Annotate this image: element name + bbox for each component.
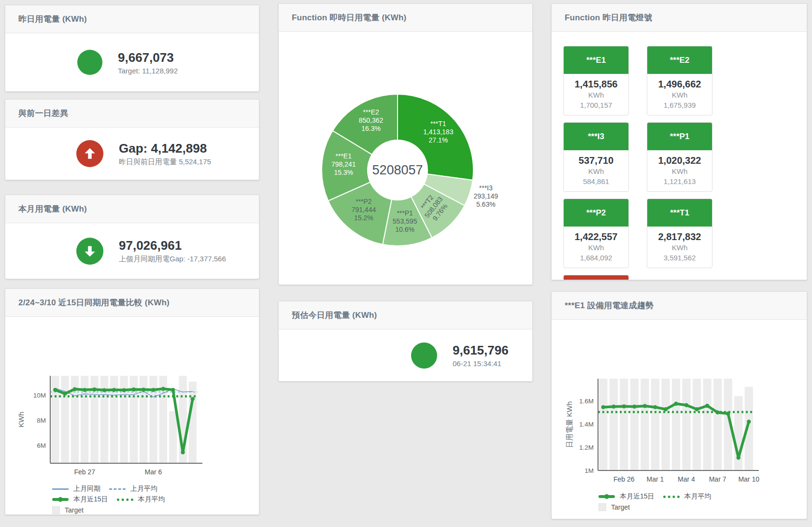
legend-square-marker-icon	[52, 506, 60, 514]
y-axis-title: KWh	[17, 412, 25, 427]
card-title-realtime: Function 即時日用電量 (KWh)	[279, 4, 532, 32]
card-title-text: 昨日用電量 (KWh)	[18, 14, 87, 25]
month-value: 97,026,961	[119, 238, 226, 253]
card-title-text: 與前一日差異	[18, 108, 68, 119]
series-point	[705, 404, 709, 408]
card-title-compare: 2/24~3/10 近15日同期用電量比較 (KWh)	[5, 289, 259, 317]
target-bar	[661, 379, 670, 470]
series-point	[695, 407, 698, 411]
green-status-circle-icon	[411, 342, 437, 369]
tile-unit: KWh	[648, 90, 711, 100]
y-tick-label: 10M	[33, 392, 46, 399]
series-point	[92, 387, 96, 391]
series-point	[161, 387, 165, 391]
trend-legend: 本月近15日本月平均Target	[552, 491, 807, 513]
series-point	[612, 405, 615, 409]
y-tick-label: 1.4M	[579, 421, 594, 428]
series-point	[684, 403, 688, 407]
x-tick-label: Feb 27	[74, 468, 95, 476]
tile-target-value: 1,121,613	[648, 176, 711, 186]
card-lights: Function 昨日用電燈號 ***E11,415,856KWh1,700,1…	[551, 3, 807, 280]
tile-body: 1,020,322KWh1,121,613	[647, 150, 712, 191]
card-title-estimate: 預估今日用電量 (KWh)	[279, 301, 532, 329]
tile-target-value: 1,684,092	[565, 253, 627, 263]
legend-item[interactable]: 本月平均	[117, 495, 165, 504]
series-point	[102, 388, 106, 392]
x-tick-label: Mar 6	[145, 468, 162, 476]
y-tick-label: 1M	[584, 467, 594, 474]
series-point	[715, 411, 719, 414]
legend-solid-marker-icon	[52, 488, 69, 490]
target-bar	[713, 379, 722, 470]
target-bar	[651, 379, 659, 470]
series-point	[112, 388, 116, 392]
legend-item[interactable]: 上月同期	[52, 484, 100, 493]
legend-item[interactable]: 本月平均	[663, 492, 712, 501]
month-subtitle: 上個月同期用電Gap: -17,377,566	[119, 255, 226, 264]
gap-value: Gap: 4,142,898	[119, 141, 211, 156]
x-tick-label: Mar 4	[678, 475, 695, 483]
x-tick-label: Mar 1	[647, 475, 664, 483]
y-tick-label: 8M	[37, 417, 46, 424]
estimate-stat: 9,615,796 06-21 15:34:41	[279, 329, 532, 381]
tile-body: 537,710KWh584,861	[564, 150, 628, 191]
tile-body: 1,415,856KWh1,700,157	[564, 74, 628, 115]
tile-body: 2,817,832KWh3,591,562	[647, 227, 712, 268]
card-realtime-donut: Function 即時日用電量 (KWh) ***T11,413,18327.1…	[278, 3, 533, 285]
legend-item[interactable]: Target	[598, 503, 630, 511]
yesterday-value: 9,667,073	[118, 50, 178, 65]
target-bar	[189, 382, 197, 463]
tile-unit: KWh	[565, 90, 627, 100]
tile-body: 1,496,662KWh1,675,939	[647, 74, 712, 115]
legend-item[interactable]: 本月近15日	[52, 495, 108, 504]
target-bar	[703, 379, 712, 470]
card-title-trend: ***E1 設備用電達成趨勢	[552, 292, 807, 320]
legend-item[interactable]: 本月近15日	[598, 492, 655, 501]
legend-item[interactable]: 上月平均	[109, 484, 157, 493]
x-tick-label: Mar 10	[738, 475, 759, 483]
y-tick-label: 1.2M	[579, 444, 594, 451]
card-title-text: 2/24~3/10 近15日同期用電量比較 (KWh)	[18, 297, 170, 308]
legend-label: 本月近15日	[620, 492, 655, 501]
card-title-text: ***E1 設備用電達成趨勢	[565, 300, 654, 311]
card-compare-chart: 2/24~3/10 近15日同期用電量比較 (KWh) 6M8M10MFeb 2…	[5, 288, 259, 515]
series-point	[151, 388, 155, 392]
legend-label: Target	[611, 503, 630, 511]
series-point	[142, 387, 145, 391]
estimate-value: 9,615,796	[453, 343, 509, 357]
tile-device-name: ***P2	[564, 199, 628, 227]
tile-value: 1,415,856	[565, 78, 627, 90]
legend-square-marker-icon	[598, 503, 606, 511]
series-point	[601, 405, 605, 409]
yesterday-stat: 9,667,073 Target: 11,128,992	[5, 33, 259, 91]
legend-row: 上月同期上月平均	[52, 484, 259, 494]
card-day-gap: 與前一日差異 Gap: 4,142,898 昨日與前日用電量 5,524,175	[5, 99, 259, 180]
target-bar	[693, 379, 701, 470]
donut-slice-label: ***I3293,1495.63%	[473, 184, 498, 208]
tile-target-value: 1,700,157	[565, 100, 627, 110]
series-point	[747, 420, 751, 424]
card-title-text: Function 即時日用電量 (KWh)	[292, 12, 406, 23]
card-yesterday-usage: 昨日用電量 (KWh) 9,667,073 Target: 11,128,992	[5, 5, 259, 92]
legend-thick-marker-icon	[52, 498, 69, 501]
card-title-month: 本月用電量 (KWh)	[5, 195, 259, 223]
legend-dots-marker-icon	[117, 499, 133, 501]
legend-item[interactable]: Target	[52, 506, 84, 514]
series-point	[726, 412, 730, 415]
tile-target-value: 3,591,562	[648, 253, 711, 263]
card-title-text: 預估今日用電量 (KWh)	[292, 310, 377, 321]
tile-unit: KWh	[648, 242, 711, 253]
yesterday-target: Target: 11,128,992	[118, 67, 178, 75]
legend-row: Target	[598, 502, 807, 513]
donut-center-total: 5208057	[372, 163, 423, 177]
y-axis-title: 日用電量 KWh	[565, 401, 573, 448]
tile-value: 1,020,322	[648, 155, 711, 166]
tile-unit: KWh	[565, 166, 627, 176]
series-point	[83, 388, 86, 392]
legend-label: 上月平均	[130, 484, 157, 493]
target-bar	[630, 379, 639, 470]
device-tile: ***T12,817,832KWh3,591,562	[647, 199, 712, 268]
red-up-arrow-icon	[76, 140, 103, 167]
tile-body: 1,422,557KWh1,684,092	[564, 227, 628, 268]
legend-label: 本月平均	[684, 492, 712, 501]
